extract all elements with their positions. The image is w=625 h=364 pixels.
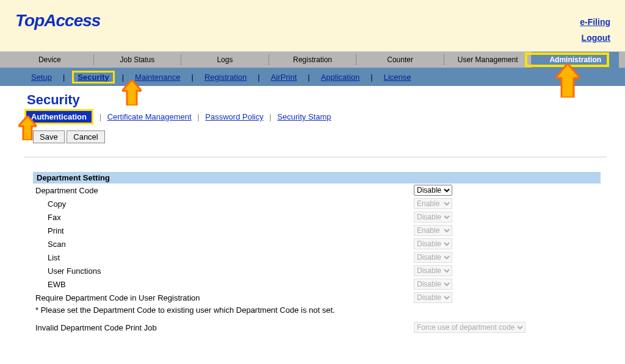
tab-user-management[interactable]: User Management: [444, 52, 532, 68]
main-tabbar: Device Job Status Logs Registration Coun…: [0, 52, 625, 68]
settings-table-2: Invalid Department Code Print Job Force …: [33, 321, 601, 334]
sub-navbar: Setup | Security | Maintenance | Registr…: [0, 68, 625, 86]
select-user-functions: DisableEnable: [414, 265, 452, 276]
label-list: List: [33, 251, 411, 264]
tab-job-status[interactable]: Job Status: [94, 52, 181, 68]
subnav-registration[interactable]: Registration: [201, 73, 250, 82]
dept-code-note: * Please set the Department Code to exis…: [33, 304, 601, 321]
subtab-separator: |: [266, 112, 275, 121]
label-invalid-dept-job: Invalid Department Code Print Job: [33, 321, 411, 334]
subtab-certificate-management[interactable]: Certificate Management: [107, 112, 192, 121]
subtab-password-policy[interactable]: Password Policy: [205, 112, 263, 121]
subtab-authentication[interactable]: Authentication: [26, 111, 92, 123]
highlight-authentication-subtab: Authentication: [24, 109, 93, 124]
subnav-application[interactable]: Application: [317, 73, 364, 82]
label-print: Print: [33, 224, 411, 237]
subnav-separator: |: [250, 73, 267, 82]
logout-link[interactable]: Logout: [580, 33, 610, 43]
save-button[interactable]: Save: [33, 130, 65, 143]
select-fax: DisableEnable: [414, 212, 452, 223]
page-title: Security: [27, 92, 607, 108]
subtab-separator: |: [193, 112, 203, 121]
label-copy: Copy: [33, 197, 411, 210]
highlight-security-subnav: Security: [72, 71, 114, 84]
subnav-separator: |: [363, 73, 380, 82]
select-ewb: DisableEnable: [414, 279, 452, 290]
row-fax: Fax DisableEnable: [33, 210, 601, 224]
subnav-separator: |: [184, 73, 201, 82]
row-print: Print EnableDisable: [33, 224, 601, 237]
button-row: Save Cancel: [33, 130, 607, 143]
select-copy: EnableDisable: [414, 198, 452, 209]
label-scan: Scan: [33, 237, 411, 251]
subtab-separator: |: [96, 112, 105, 121]
section-header: Department Setting: [33, 172, 601, 184]
label-user-functions: User Functions: [33, 264, 411, 277]
label-ewb: EWB: [33, 277, 411, 291]
row-list: List DisableEnable: [33, 251, 601, 264]
label-require-dept-code: Require Department Code in User Registra…: [33, 291, 411, 304]
subnav-setup[interactable]: Setup: [27, 73, 56, 82]
select-print: EnableDisable: [414, 225, 452, 236]
row-ewb: EWB DisableEnable: [33, 277, 601, 291]
tab-counter[interactable]: Counter: [356, 52, 444, 68]
label-department-code: Department Code: [33, 184, 411, 197]
subnav-security[interactable]: Security: [74, 73, 112, 82]
app-logo: TopAccess: [15, 11, 100, 30]
subnav-license[interactable]: License: [380, 73, 415, 82]
select-department-code[interactable]: DisableEnable: [414, 185, 452, 196]
subnav-separator: |: [300, 73, 317, 82]
select-require-dept-code: DisableEnable: [414, 292, 452, 303]
tab-device[interactable]: Device: [6, 52, 93, 68]
header: TopAccess e-Filing Logout: [0, 0, 625, 52]
divider-line: [24, 157, 607, 157]
subnav-separator: |: [115, 73, 131, 82]
tab-logs[interactable]: Logs: [181, 52, 269, 68]
select-invalid-dept-job: Force use of department code: [414, 322, 526, 333]
header-links: e-Filing Logout: [580, 17, 610, 49]
subtab-security-stamp[interactable]: Security Stamp: [277, 112, 331, 121]
subnav-airprint[interactable]: AirPrint: [267, 73, 301, 82]
tab-administration[interactable]: Administration: [532, 52, 619, 68]
row-department-code: Department Code DisableEnable: [33, 184, 601, 197]
row-scan: Scan DisableEnable: [33, 237, 601, 251]
cancel-button[interactable]: Cancel: [67, 130, 104, 143]
row-copy: Copy EnableDisable: [33, 197, 601, 210]
tab-registration[interactable]: Registration: [269, 52, 356, 68]
settings-table: Department Code DisableEnable Copy Enabl…: [33, 184, 601, 304]
label-fax: Fax: [33, 210, 411, 224]
row-require-dept-code: Require Department Code in User Registra…: [33, 291, 601, 304]
efiling-link[interactable]: e-Filing: [580, 17, 610, 27]
row-invalid-dept-job: Invalid Department Code Print Job Force …: [33, 321, 601, 334]
subnav-separator: |: [56, 73, 72, 82]
subnav-maintenance[interactable]: Maintenance: [131, 73, 184, 82]
page-content: Security Authentication | Certificate Ma…: [0, 86, 625, 346]
page-subtabs: Authentication | Certificate Management …: [24, 109, 607, 124]
department-setting-section: Department Setting Department Code Disab…: [33, 172, 601, 334]
select-scan: DisableEnable: [414, 238, 452, 249]
select-list: DisableEnable: [414, 252, 452, 263]
row-user-functions: User Functions DisableEnable: [33, 264, 601, 277]
